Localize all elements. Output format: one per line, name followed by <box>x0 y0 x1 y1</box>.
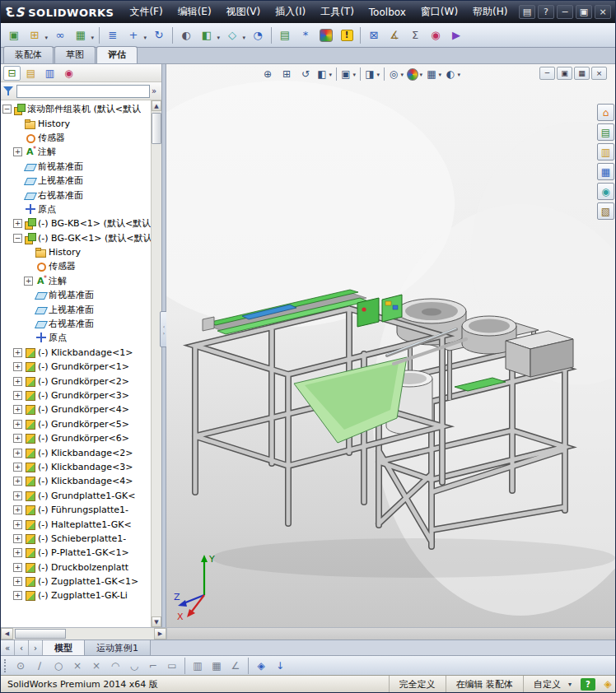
filter-input[interactable] <box>16 85 150 98</box>
tree-vertical-scrollbar[interactable]: ▲ ▼ <box>151 100 161 627</box>
tree-item[interactable]: 原点 <box>1 202 151 216</box>
tree-item[interactable]: 右视基准面 <box>1 188 151 202</box>
appearances-scenes-tab[interactable]: ◉ <box>597 183 614 200</box>
tree-expand-toggle[interactable]: + <box>13 377 22 386</box>
insert-components-button[interactable]: ⊞ <box>25 26 49 45</box>
scroll-thumb[interactable] <box>15 629 66 639</box>
tab-scroll-prev-button[interactable]: ‹ <box>15 640 29 655</box>
tree-item[interactable]: + (-) Führungsplatte1- <box>1 503 151 517</box>
tree-item[interactable]: 前视基准面 <box>1 288 151 302</box>
tree-item[interactable]: + (-) Grundkörper<3> <box>1 388 151 402</box>
tree-expand-toggle[interactable] <box>24 291 33 300</box>
tree-expand-toggle[interactable]: + <box>13 219 22 228</box>
tree-expand-toggle[interactable] <box>13 205 22 214</box>
tree-item[interactable]: 上视基准面 <box>1 174 151 188</box>
menu-item[interactable]: 帮助(H) <box>465 1 515 23</box>
tree-item[interactable]: 前视基准面 <box>1 160 151 174</box>
tree-expand-toggle[interactable]: + <box>24 277 33 286</box>
bill-of-materials-button[interactable]: ▤ <box>275 26 295 45</box>
tree-item[interactable]: − 滚动部件组装机 (默认<默认 <box>1 102 151 116</box>
tree-item[interactable]: + (-) Zugplatte1-GK<1> <box>1 574 151 588</box>
tree-expand-toggle[interactable] <box>13 162 22 171</box>
close-button[interactable]: × <box>595 5 611 19</box>
reference-geometry-button[interactable]: ◇ <box>222 26 247 45</box>
tree-expand-toggle[interactable]: + <box>13 405 22 414</box>
tree-item[interactable]: + (-) Grundplatte1-GK< <box>1 489 151 503</box>
tree-expand-toggle[interactable]: + <box>13 520 22 529</box>
assembly-3d-model[interactable] <box>166 64 615 627</box>
tree-expand-toggle[interactable]: + <box>13 477 22 486</box>
tree-item[interactable]: + (-) Klickbandage<3> <box>1 460 151 474</box>
command-tab[interactable]: 装配体 <box>3 46 54 63</box>
section-view-button[interactable]: ◧ <box>315 66 334 82</box>
featuremanager-tree-tab[interactable]: ⊟ <box>3 66 21 81</box>
tree-expand-toggle[interactable]: + <box>13 362 22 371</box>
linear-sketch-pattern-button[interactable]: ▦ <box>208 658 226 674</box>
rotate-component-button[interactable]: ↻ <box>149 26 169 45</box>
interference-detection-button[interactable]: ⊠ <box>364 26 384 45</box>
line-button[interactable]: ∕ <box>30 658 49 674</box>
tree-item[interactable]: + (-) P-Platte1-GK<1> <box>1 546 151 560</box>
graphics-area[interactable]: ⊕⊞↺◧▣◨◎▦◐ ─▣▦× ⌂▤▥▦◉▧ Y Z X <box>166 64 615 627</box>
status-cell[interactable]: 自定义 <box>523 676 576 692</box>
mirror-entities-button[interactable]: ▥ <box>189 658 207 674</box>
tree-item[interactable]: + (-) Grundkörper<5> <box>1 417 151 431</box>
tree-expand-toggle[interactable]: + <box>13 563 22 572</box>
doc-restore-button[interactable]: ▣ <box>557 67 572 80</box>
hide-show-items-button[interactable]: ◎ <box>387 66 405 82</box>
displaymanager-tab[interactable]: ◉ <box>60 66 77 81</box>
tree-horizontal-scrollbar[interactable]: ◀ ▶ <box>1 628 166 640</box>
tree-item[interactable]: History <box>1 245 151 259</box>
tree-expand-toggle[interactable]: + <box>13 434 22 443</box>
rectangle-button[interactable]: ▭ <box>163 658 181 674</box>
mass-properties-button[interactable]: Σ <box>405 26 425 45</box>
tree-expand-toggle[interactable]: + <box>13 548 22 557</box>
tree-item[interactable]: History <box>1 116 151 130</box>
trim-entities-button[interactable]: × <box>68 658 86 674</box>
menu-item[interactable]: 视图(V) <box>219 1 268 23</box>
tree-expand-toggle[interactable] <box>24 305 33 314</box>
scroll-up-button[interactable]: ▲ <box>152 100 161 111</box>
tree-expand-toggle[interactable]: + <box>13 420 22 429</box>
menu-item[interactable]: 文件(F) <box>122 1 170 23</box>
scroll-track[interactable] <box>13 628 154 640</box>
tree-item[interactable]: + (-) Klickbandage<2> <box>1 445 151 459</box>
tree-expand-toggle[interactable]: + <box>13 449 22 458</box>
tree-item[interactable]: + (-) Schieberplatte1- <box>1 532 151 546</box>
linear-component-pattern-button[interactable]: ▦ <box>71 26 96 45</box>
display-style-button[interactable]: ◨ <box>363 66 381 82</box>
view-settings-button[interactable]: ◐ <box>444 66 462 82</box>
simulation-advisor-button[interactable]: ▶ <box>446 26 466 45</box>
tree-item[interactable]: − (-) BG-GK<1> (默认<默认 <box>1 231 151 245</box>
measure-button[interactable]: ∡ <box>385 26 404 45</box>
tree-item[interactable]: + 注解 <box>1 145 151 159</box>
mate-button[interactable]: ∞ <box>50 26 70 45</box>
smart-fasteners-button[interactable]: ≣ <box>103 26 123 45</box>
custom-properties-tab[interactable]: ▧ <box>597 202 614 220</box>
tree-expand-toggle[interactable]: + <box>13 591 22 600</box>
tree-expand-toggle[interactable]: − <box>13 234 22 243</box>
smart-dimension-button[interactable]: ∠ <box>226 658 245 674</box>
tree-expand-toggle[interactable]: + <box>13 391 22 400</box>
point-button[interactable]: ⊙ <box>12 658 30 674</box>
convert-entities-button[interactable]: × <box>87 658 105 674</box>
scroll-down-button[interactable]: ▼ <box>152 616 161 627</box>
panel-overflow-chevron[interactable]: » <box>152 86 159 95</box>
apply-scene-button[interactable]: ▦ <box>425 66 443 82</box>
tree-expand-toggle[interactable]: + <box>13 147 22 156</box>
doc-minimize-button[interactable]: ─ <box>539 67 555 80</box>
view-palette-tab[interactable]: ▦ <box>597 163 614 180</box>
tree-expand-toggle[interactable] <box>24 333 33 342</box>
tree-item[interactable]: 传感器 <box>1 131 151 145</box>
help-badge[interactable]: ? <box>581 678 595 691</box>
tab-scroll-next-button[interactable]: › <box>29 640 43 655</box>
tree-item[interactable]: + (-) Grundkörper<2> <box>1 374 151 388</box>
scroll-thumb[interactable] <box>152 113 161 144</box>
tree-expand-toggle[interactable]: + <box>13 348 22 357</box>
tree-expand-toggle[interactable]: + <box>13 463 22 472</box>
tree-expand-toggle[interactable]: + <box>13 505 22 514</box>
menu-item[interactable]: Toolbox <box>362 1 413 23</box>
arc-button[interactable]: ◠ <box>106 658 124 674</box>
corner-button[interactable]: ⌐ <box>144 658 162 674</box>
tree-item[interactable]: + (-) Grundkörper<4> <box>1 402 151 416</box>
